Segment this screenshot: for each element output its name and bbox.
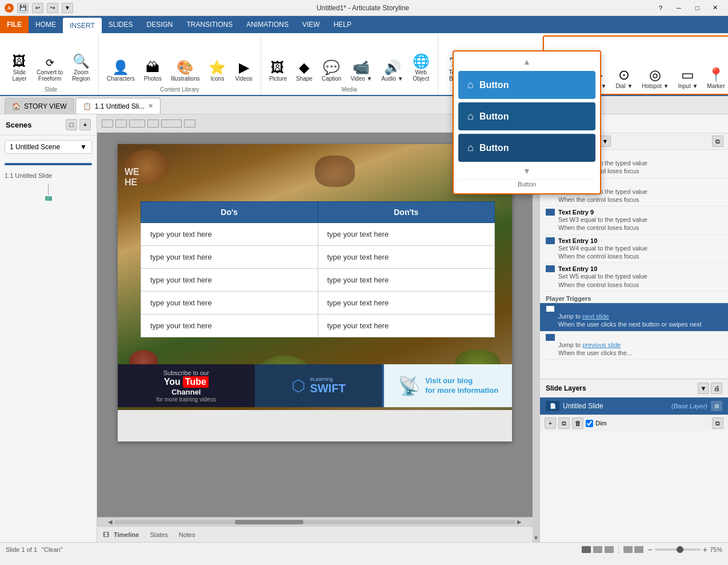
scroll-right-arrow[interactable]: ▶ xyxy=(515,518,523,526)
trigger-9-header: Text Entry 9 xyxy=(546,209,722,216)
status-icon-2[interactable] xyxy=(634,546,643,553)
jump-prev-condition: When the user clicks the... xyxy=(546,349,722,357)
trigger-jump-prev[interactable]: Jump to previous slide When the user cli… xyxy=(540,332,728,360)
layer-settings-btn[interactable]: ⚙ xyxy=(711,401,722,411)
view-btn-2[interactable] xyxy=(593,546,602,553)
menu-item-animations[interactable]: ANIMATIONS xyxy=(239,16,295,33)
dim-input[interactable] xyxy=(586,420,593,427)
characters-button[interactable]: 👤 Characters xyxy=(103,58,138,84)
view-btn-1[interactable] xyxy=(582,546,591,553)
tab-close-icon[interactable]: ✕ xyxy=(148,102,153,110)
icons-button[interactable]: ⭐ Icons xyxy=(205,58,229,84)
layers-print-btn[interactable]: 🖨 xyxy=(711,383,722,394)
picture-button[interactable]: 🖼 Picture xyxy=(266,58,290,84)
view-btn-3[interactable] xyxy=(605,546,614,553)
marker-button[interactable]: 📍 Marker xyxy=(703,66,728,91)
tab-untitled-slide[interactable]: 📋 1.1 Untitled Sli... ✕ xyxy=(75,98,161,114)
hotspot-label: Hotspot ▼ xyxy=(642,83,669,89)
redo-btn[interactable]: ↪ xyxy=(47,3,58,13)
layout-btn-5[interactable] xyxy=(161,120,182,128)
trigger-text-entry-10[interactable]: Text Entry 10 Set W4 equal to the typed … xyxy=(540,235,728,264)
menu-item-help[interactable]: HELP xyxy=(327,16,358,33)
help-icon[interactable]: ? xyxy=(653,2,669,14)
add-layer-btn[interactable]: + xyxy=(545,417,556,429)
menu-item-slides[interactable]: SLIDES xyxy=(102,16,140,33)
zoom-plus-btn[interactable]: + xyxy=(703,545,707,554)
slide-layer-button[interactable]: 🖼 SlideLayer xyxy=(8,52,31,84)
button-style-3[interactable]: ⌂ Button xyxy=(458,134,595,162)
videos-button[interactable]: ▶ Videos xyxy=(231,58,255,84)
menu-item-home[interactable]: HOME xyxy=(29,16,63,33)
notes-tab[interactable]: Notes xyxy=(179,531,195,538)
move-down-btn[interactable]: ▼ xyxy=(599,136,611,147)
audio-button[interactable]: 🔊 Audio ▼ xyxy=(378,58,406,84)
input-button[interactable]: ▭ Input ▼ xyxy=(674,66,701,91)
video-icon: 📹 xyxy=(353,61,370,74)
button-style-2[interactable]: ⌂ Button xyxy=(458,102,595,130)
convert-freeform-button[interactable]: ⟳ Convert toFreeform xyxy=(33,55,66,84)
layout-btn-1[interactable] xyxy=(102,120,113,128)
trigger-text-entry-11[interactable]: Text Entry 10 Set W5 equal to the typed … xyxy=(540,263,728,292)
scenes-collapse-btn[interactable]: □ xyxy=(66,119,77,130)
timeline-icon: 🎞 xyxy=(103,531,109,538)
layers-collapse-btn[interactable]: ▼ xyxy=(698,383,709,394)
quick-access-more[interactable]: ▼ xyxy=(62,3,73,13)
tab-story-view[interactable]: 🏠 STORY VIEW xyxy=(5,98,74,114)
trigger-text-entry-9[interactable]: Text Entry 9 Set W3 equal to the typed v… xyxy=(540,206,728,235)
triggers-copy-btn[interactable]: ⧉ xyxy=(712,136,723,147)
dropdown-scroll-down[interactable]: ▼ xyxy=(458,165,595,177)
shape-button[interactable]: ◆ Shape xyxy=(293,58,316,84)
next-slide-link[interactable]: next slide xyxy=(582,313,609,320)
layout-btn-4[interactable] xyxy=(147,120,159,128)
slide-thumbnail[interactable]: Do's Don'ts texttext texttext texttext Y… xyxy=(5,163,92,165)
base-layer-item[interactable]: 📄 Untitled Slide (Base Layer) ⚙ xyxy=(540,397,728,415)
restore-btn[interactable]: □ xyxy=(689,2,705,14)
scenes-add-btn[interactable]: + xyxy=(79,119,91,130)
scene-selector[interactable]: 1 Untitled Scene ▼ xyxy=(5,140,92,154)
minimize-btn[interactable]: ─ xyxy=(671,2,687,14)
slide-layers-header[interactable]: Slide Layers ▼ 🖨 xyxy=(540,379,728,397)
v-scroll-down-arrow[interactable]: ▼ xyxy=(533,535,539,541)
trigger-jump-next[interactable]: Jump to next slide When the user clicks … xyxy=(540,303,728,332)
hotspot-button[interactable]: ◎ Hotspot ▼ xyxy=(638,66,672,91)
copy-layer-btn[interactable]: ⧉ xyxy=(558,417,570,429)
caption-button[interactable]: 💬 Caption xyxy=(318,58,345,84)
scroll-thumb[interactable] xyxy=(235,520,303,524)
menu-item-view[interactable]: VIEW xyxy=(295,16,327,33)
delete-layer-btn[interactable]: 🗑 xyxy=(572,417,583,429)
illustrations-button[interactable]: 🎨 Illustrations xyxy=(167,58,203,84)
ribbon-content-buttons: 👤 Characters 🏔 Photos 🎨 Illustrations ⭐ … xyxy=(103,38,256,84)
trigger-9-icon xyxy=(546,209,555,216)
photos-button[interactable]: 🏔 Photos xyxy=(141,58,165,84)
menu-item-insert[interactable]: INSERT xyxy=(63,18,102,33)
layout-btn-3[interactable] xyxy=(129,120,145,128)
prev-slide-link[interactable]: previous slide xyxy=(582,341,621,348)
save-btn[interactable]: 💾 xyxy=(17,3,29,13)
timeline-tab[interactable]: Timeline xyxy=(114,531,139,538)
undo-btn[interactable]: ↩ xyxy=(32,3,43,13)
zoom-region-button[interactable]: 🔍 ZoomRegion xyxy=(69,52,94,84)
zoom-minus-btn[interactable]: − xyxy=(648,545,653,554)
zoom-thumb[interactable] xyxy=(677,546,683,553)
layout-btn-2[interactable] xyxy=(115,120,127,128)
menu-item-transitions[interactable]: TRANSITIONS xyxy=(180,16,240,33)
scroll-left-arrow[interactable]: ◀ xyxy=(106,518,114,526)
video-button[interactable]: 📹 Video ▼ xyxy=(347,58,375,84)
menu-item-design[interactable]: DESIGN xyxy=(139,16,179,33)
close-btn[interactable]: ✕ xyxy=(707,2,723,14)
states-tab[interactable]: States xyxy=(150,531,168,538)
characters-icon: 👤 xyxy=(112,61,129,74)
dim-checkbox[interactable]: Dim xyxy=(586,420,607,427)
status-icon-1[interactable] xyxy=(623,546,633,553)
webobject-button[interactable]: 🌐 WebObject xyxy=(409,52,433,84)
horizontal-scrollbar[interactable]: ◀ ▶ xyxy=(97,517,533,526)
dial-label: Dial ▼ xyxy=(615,83,633,89)
zoom-slider[interactable] xyxy=(655,548,701,551)
menu-item-file[interactable]: FILE xyxy=(0,16,29,33)
icons-label: Icons xyxy=(211,75,225,82)
button-style-1[interactable]: ⌂ Button xyxy=(458,71,595,99)
layout-btn-6[interactable] xyxy=(184,120,195,128)
layer-collapse-right-btn[interactable]: ⧉ xyxy=(712,417,723,429)
dropdown-scroll-up[interactable]: ▲ xyxy=(458,56,595,67)
dial-button[interactable]: ⊙ Dial ▼ xyxy=(612,66,636,91)
